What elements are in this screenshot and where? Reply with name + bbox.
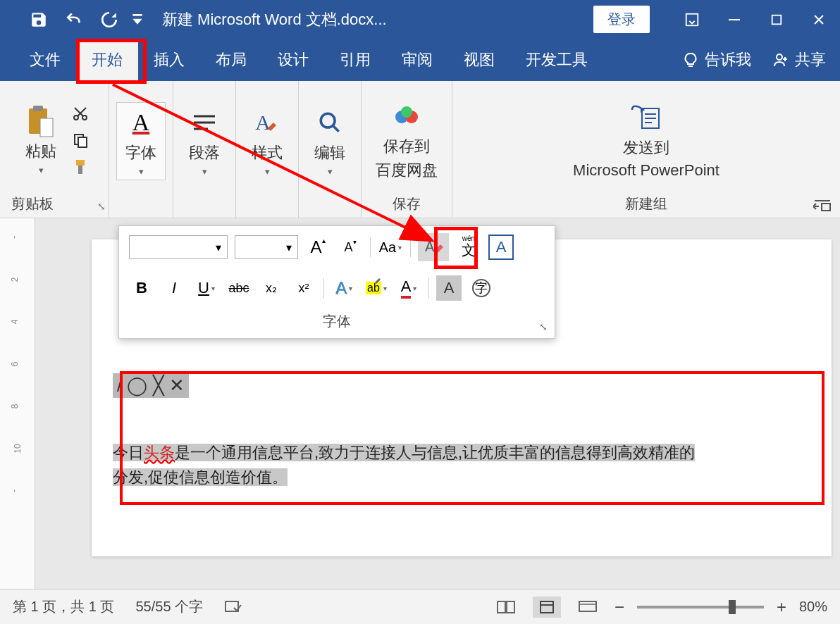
- word-count[interactable]: 55/55 个字: [135, 597, 203, 616]
- tell-me[interactable]: 告诉我: [682, 49, 751, 70]
- zoom-level[interactable]: 80%: [799, 599, 827, 615]
- svg-rect-30: [498, 601, 505, 613]
- enclose-character-button[interactable]: 字: [469, 275, 494, 301]
- group-send: 发送到 Microsoft PowerPoint 新建组: [452, 81, 840, 218]
- group-styles: A 样式 ▾ .: [236, 81, 299, 218]
- highlight-button[interactable]: ab: [364, 275, 389, 301]
- styles-button[interactable]: A 样式 ▾: [243, 103, 291, 180]
- vertical-ruler[interactable]: - 2 4 6 8 10 -: [0, 218, 35, 589]
- svg-rect-12: [76, 160, 85, 166]
- svg-rect-3: [772, 15, 782, 24]
- font-button[interactable]: A 字体 ▾: [116, 102, 166, 180]
- shrink-font-button[interactable]: A▾: [338, 235, 363, 260]
- svg-rect-13: [78, 166, 82, 174]
- zoom-slider[interactable]: [637, 606, 764, 609]
- zoom-out-button[interactable]: −: [614, 597, 624, 617]
- underline-button[interactable]: U: [194, 275, 219, 301]
- svg-rect-32: [541, 601, 553, 613]
- svg-rect-2: [729, 19, 740, 20]
- svg-rect-6: [33, 106, 43, 111]
- ribbon-tabs: 文件 开始 插入 布局 设计 引用 审阅 视图 开发工具 告诉我 共享: [0, 39, 840, 81]
- svg-rect-7: [40, 118, 53, 137]
- tab-references[interactable]: 引用: [324, 39, 386, 81]
- zoom-in-button[interactable]: +: [777, 597, 786, 617]
- font-size-combo[interactable]: ▾: [235, 235, 298, 259]
- paragraph-button[interactable]: 段落 ▾: [180, 103, 228, 180]
- login-button[interactable]: 登录: [593, 6, 650, 33]
- strikethrough-button[interactable]: abc: [226, 275, 252, 301]
- font-name-combo[interactable]: ▾: [129, 235, 228, 259]
- superscript-button[interactable]: x²: [291, 275, 316, 301]
- svg-point-17: [321, 113, 335, 127]
- svg-rect-0: [132, 14, 142, 16]
- print-layout-icon[interactable]: [533, 597, 561, 618]
- tab-home[interactable]: 开始: [76, 39, 138, 81]
- minimize-icon[interactable]: [713, 0, 755, 39]
- tab-insert[interactable]: 插入: [138, 39, 200, 81]
- change-case-button[interactable]: Aa: [378, 235, 403, 260]
- font-color-button[interactable]: A: [396, 275, 421, 301]
- maximize-icon[interactable]: [755, 0, 798, 39]
- ribbon-options-icon[interactable]: [671, 0, 713, 39]
- save-icon[interactable]: [21, 0, 56, 39]
- character-shading-button[interactable]: A: [436, 275, 462, 301]
- svg-point-21: [401, 106, 412, 118]
- italic-button[interactable]: I: [161, 275, 187, 301]
- svg-rect-31: [507, 601, 514, 613]
- paste-button[interactable]: 粘贴 ▾: [17, 101, 65, 178]
- tab-view[interactable]: 视图: [448, 39, 510, 81]
- save-baidu-button[interactable]: 保存到 百度网盘: [369, 96, 445, 184]
- status-bar: 第 1 页，共 1 页 55/55 个字 − + 80%: [0, 589, 840, 624]
- ribbon: 粘贴 ▾ 剪贴板 ⤡ A 字体 ▾ . 段落: [0, 81, 840, 218]
- group-clipboard: 粘贴 ▾ 剪贴板 ⤡: [0, 81, 109, 218]
- tab-layout[interactable]: 布局: [200, 39, 262, 81]
- annotation-selection-box: [120, 371, 824, 505]
- tab-file[interactable]: 文件: [14, 39, 76, 81]
- close-icon[interactable]: [798, 0, 840, 39]
- svg-text:A: A: [425, 239, 435, 254]
- title-bar: 新建 Microsoft Word 文档.docx... 登录: [0, 0, 840, 39]
- grow-font-button[interactable]: A▴: [305, 235, 331, 260]
- svg-rect-34: [579, 601, 596, 611]
- redo-icon[interactable]: [92, 0, 127, 39]
- send-powerpoint-button[interactable]: 发送到 Microsoft PowerPoint: [566, 98, 727, 182]
- read-mode-icon[interactable]: [492, 597, 520, 618]
- font-floating-panel: ▾ ▾ A▴ A▾ Aa A wén文 A B I U abc x₂ x² A …: [118, 225, 555, 339]
- qat-customize-icon[interactable]: [127, 0, 148, 39]
- undo-icon[interactable]: [56, 0, 92, 39]
- svg-rect-11: [78, 137, 87, 147]
- web-layout-icon[interactable]: [574, 597, 602, 618]
- page-indicator[interactable]: 第 1 页，共 1 页: [13, 597, 114, 616]
- copy-icon[interactable]: [69, 129, 92, 151]
- edit-button[interactable]: 编辑 ▾: [306, 103, 354, 180]
- text-effects-button[interactable]: A: [331, 275, 357, 301]
- tab-review[interactable]: 审阅: [386, 39, 448, 81]
- group-paragraph: 段落 ▾ .: [173, 81, 236, 218]
- collapse-ribbon-icon[interactable]: [813, 199, 832, 213]
- clear-formatting-button[interactable]: A: [418, 233, 449, 261]
- phonetic-guide-button[interactable]: wén文: [456, 235, 481, 260]
- format-painter-icon[interactable]: [69, 156, 92, 178]
- tab-design[interactable]: 设计: [262, 39, 324, 81]
- bold-button[interactable]: B: [129, 275, 154, 301]
- font-dialog-launcher-icon[interactable]: ⤡: [539, 321, 548, 332]
- svg-rect-26: [822, 204, 830, 211]
- group-save-cloud: 保存到 百度网盘 保存: [362, 81, 452, 218]
- svg-line-18: [333, 125, 339, 132]
- group-edit: 编辑 ▾ .: [299, 81, 362, 218]
- font-panel-label: 字体: [323, 313, 351, 329]
- subscript-button[interactable]: x₂: [259, 275, 284, 301]
- group-font: A 字体 ▾ .: [109, 81, 173, 218]
- clipboard-launcher-icon[interactable]: ⤡: [97, 201, 106, 212]
- share-button[interactable]: 共享: [772, 49, 826, 70]
- character-border-button[interactable]: A: [488, 235, 514, 260]
- svg-point-4: [777, 54, 782, 60]
- cut-icon[interactable]: [69, 102, 92, 125]
- tab-developer[interactable]: 开发工具: [510, 39, 603, 81]
- proofing-icon[interactable]: [224, 599, 242, 615]
- document-title: 新建 Microsoft Word 文档.docx...: [162, 9, 387, 30]
